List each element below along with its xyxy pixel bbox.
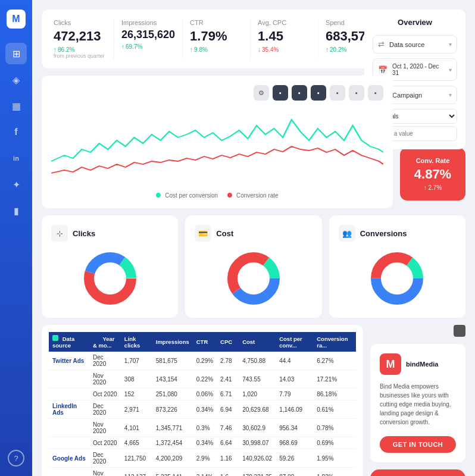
sidebar-item-grid[interactable]: ▦ [5, 95, 27, 117]
col-header-month: Year & mo... [89, 332, 121, 352]
cell-cpc: 2.41 [217, 370, 239, 389]
spend-arrow-icon: ↑ [326, 46, 329, 53]
cell-cost-conv: 44.4 [276, 352, 313, 370]
table-row: Oct 2020 152 251,080 0.06% 6.71 1,020 7.… [49, 389, 356, 400]
chart-card: ⚙ ▪ ▪ ▪ ▪ ▪ ▪ Cost per conversion [42, 76, 393, 208]
stat-clicks-sublabel: from previous quarter [54, 53, 107, 59]
col-header-ctr: CTR [193, 332, 217, 352]
cell-month: Dec 2020 [89, 352, 121, 370]
svg-point-7 [238, 262, 270, 295]
cell-platform [49, 370, 89, 389]
chart-view-btn-4[interactable]: ▪ [330, 85, 345, 101]
daterange-label: Oct 1, 2020 - Dec 31 [392, 63, 444, 76]
stat-clicks-value: 472,213 [54, 29, 107, 44]
cell-month: Dec 2020 [89, 400, 121, 419]
donut-cost-icon: 💳 [195, 225, 211, 242]
conv-rate-value: 4.87% [414, 167, 451, 182]
stat-ctr-value: 1.79% [190, 29, 243, 44]
cell-impressions: 4,200,209 [152, 449, 193, 468]
chart-settings-button[interactable]: ⚙ [254, 85, 269, 101]
col-header-datasource: Data source [49, 332, 89, 352]
cta-button[interactable]: GET IN TOUCH [380, 436, 456, 453]
datasource-label: Data source [389, 41, 444, 48]
sidebar-help-button[interactable]: ? [8, 450, 24, 466]
chart-view-btn-6[interactable]: ▪ [368, 85, 383, 101]
campaign-arrow-icon: ▾ [449, 92, 452, 98]
stat-clicks-change: ↑ 86.2% [54, 46, 107, 53]
brand-description: Bind Media empowers businesses like your… [380, 382, 456, 427]
cell-cost: 4,750.88 [239, 352, 276, 370]
chart-view-btn-1[interactable]: ▪ [273, 85, 288, 101]
cell-clicks: 308 [121, 370, 152, 389]
datasource-icon: ⇄ [378, 40, 385, 49]
cell-platform [49, 389, 89, 400]
sidebar: M ⊞ ◈ ▦ f in ✦ ▮ ? [0, 0, 32, 476]
cell-cost: 140,926.02 [239, 449, 276, 468]
line-chart [51, 108, 383, 185]
chart-view-btn-5[interactable]: ▪ [349, 85, 364, 101]
cell-clicks: 4,665 [121, 437, 152, 449]
cell-cpc: 1.16 [217, 449, 239, 468]
main-content: Overview ⇄ Data source ▾ 📅 Oct 1, 2020 -… [32, 0, 475, 476]
stat-cpc-label: Avg. CPC [258, 19, 311, 26]
chart-view-btn-3[interactable]: ▪ [311, 85, 326, 101]
cell-cpc: 1.6 [217, 468, 239, 477]
cell-cost-conv: 968.69 [276, 437, 313, 449]
table-row: Twitter Ads Dec 2020 1,707 581,675 0.29%… [49, 352, 356, 370]
col-header-impressions: Impressions [152, 332, 193, 352]
cell-clicks: 112,137 [121, 468, 152, 477]
sidebar-item-analytics[interactable]: ◈ [5, 69, 27, 90]
stat-clicks-label: Clicks [54, 19, 107, 26]
sidebar-item-facebook[interactable]: f [5, 121, 27, 143]
brand-logo-row: M bindMedia [380, 353, 456, 375]
cell-impressions: 251,080 [152, 389, 193, 400]
cell-platform: Google Ads [49, 449, 89, 468]
stat-impressions-label: Impressions [121, 19, 175, 26]
cell-cost-conv: 87.89 [276, 468, 313, 477]
chart-controls: ⚙ ▪ ▪ ▪ ▪ ▪ ▪ [51, 85, 383, 101]
cell-impressions: 873,226 [152, 400, 193, 419]
chart-view-btn-2[interactable]: ▪ [292, 85, 307, 101]
cell-month: Oct 2020 [89, 389, 121, 400]
cell-impressions: 581,675 [152, 352, 193, 370]
legend-green-dot [156, 193, 161, 198]
cell-month: Nov 2020 [89, 370, 121, 389]
donut-conversions-icon: 👥 [339, 225, 355, 242]
impressions-arrow-icon: ↑ [121, 43, 124, 50]
conv-rate-label: Conv. Rate [416, 157, 450, 164]
datasource-filter[interactable]: ⇄ Data source ▾ [373, 35, 457, 54]
brand-name: bindMedia [406, 361, 438, 368]
conv-rate-change: ↑ 2.7% [424, 184, 442, 191]
donut-clicks-chart [80, 249, 140, 308]
cell-cpc: 2.78 [217, 352, 239, 370]
donut-clicks-header: ⊹ Clicks [51, 225, 168, 242]
cell-conv-rate: 0.69% [313, 437, 356, 449]
sidebar-logo[interactable]: M [7, 10, 26, 29]
sidebar-item-linkedin[interactable]: in [5, 148, 27, 169]
col-header-cost-conv: Cost per conv... [276, 332, 313, 352]
donut-clicks-icon: ⊹ [51, 225, 68, 242]
cell-platform [49, 468, 89, 477]
donut-conversions-title: Conversions [360, 229, 407, 238]
cell-cpc: 6.64 [217, 437, 239, 449]
sidebar-item-twitter[interactable]: ✦ [5, 174, 27, 195]
data-table-card: Data source Year & mo... Link clicks Imp… [42, 325, 363, 476]
overview-title: Overview [373, 18, 457, 27]
cell-month: Nov 2020 [89, 419, 121, 437]
sidebar-item-dashboard[interactable]: ⊞ [5, 43, 27, 64]
cell-clicks: 2,971 [121, 400, 152, 419]
cell-cost: 743.55 [239, 370, 276, 389]
touch-label-area[interactable]: Touch [370, 469, 465, 476]
donut-clicks: ⊹ Clicks [42, 215, 178, 318]
donuts-row: ⊹ Clicks 💳 Cost [42, 215, 465, 318]
sidebar-item-barchart[interactable]: ▮ [5, 200, 27, 221]
legend-red-dot [227, 193, 232, 198]
cell-cost: 30,998.07 [239, 437, 276, 449]
donut-cost-title: Cost [216, 229, 233, 238]
cell-cost-conv: 956.34 [276, 419, 313, 437]
stat-cpc: Avg. CPC 1.45 ↓ 35.4% [251, 19, 318, 59]
cell-impressions: 143,154 [152, 370, 193, 389]
calendar-icon: 📅 [378, 65, 388, 74]
col-header-cost: Cost [239, 332, 276, 352]
col-header-conv-rate: Conversion ra... [313, 332, 356, 352]
